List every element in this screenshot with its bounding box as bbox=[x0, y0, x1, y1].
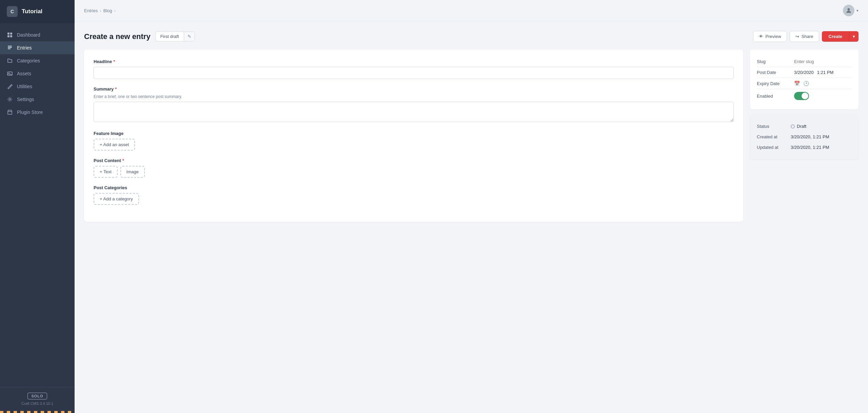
sidebar-item-plugin-store[interactable]: Plugin Store bbox=[0, 106, 75, 119]
slug-label: Slug bbox=[757, 59, 794, 64]
add-category-button[interactable]: + Add a category bbox=[94, 193, 139, 205]
post-content-field-group: Post Content * + Text Image bbox=[94, 158, 734, 178]
sidebar-footer: SOLO Craft CMS 3.4.10.1 bbox=[0, 387, 75, 411]
sidebar-item-assets[interactable]: Assets bbox=[0, 67, 75, 80]
sidebar-item-label: Categories bbox=[17, 58, 40, 63]
updated-at-label: Updated at bbox=[757, 145, 791, 150]
bottom-stripe bbox=[0, 411, 75, 413]
plugin-store-icon bbox=[7, 109, 13, 115]
post-date-value: 3/20/2020 1:21 PM bbox=[794, 70, 833, 75]
breadcrumb-entries[interactable]: Entries bbox=[84, 8, 98, 13]
expiry-date-icons: 📅 🕐 bbox=[794, 81, 809, 86]
share-icon: ↪ bbox=[795, 34, 799, 39]
sidebar-item-label: Assets bbox=[17, 71, 31, 76]
summary-textarea[interactable] bbox=[94, 102, 734, 122]
post-content-label: Post Content * bbox=[94, 158, 734, 163]
slug-input[interactable] bbox=[794, 59, 852, 64]
post-date-label: Post Date bbox=[757, 70, 794, 75]
summary-hint: Enter a brief, one or two sentence post … bbox=[94, 94, 734, 99]
status-dot-icon bbox=[791, 124, 795, 129]
form-layout: Headline * Summary * Enter a brief, one … bbox=[84, 50, 859, 222]
headline-label: Headline * bbox=[94, 59, 734, 64]
page-header-right: 👁 Preview ↪ Share Create ▾ bbox=[753, 31, 859, 42]
svg-rect-3 bbox=[10, 35, 12, 37]
updated-at-value: 3/20/2020, 1:21 PM bbox=[791, 145, 829, 150]
updated-at-row: Updated at 3/20/2020, 1:21 PM bbox=[757, 142, 852, 153]
main-content: Entries › Blog › ▾ Create a new entry Fi… bbox=[75, 0, 868, 413]
settings-icon bbox=[7, 96, 13, 102]
plan-badge: SOLO bbox=[27, 393, 47, 399]
status-value: Draft bbox=[791, 124, 806, 129]
svg-rect-4 bbox=[8, 46, 12, 46]
avatar bbox=[843, 5, 854, 16]
sidebar-item-utilities[interactable]: Utilities bbox=[0, 80, 75, 93]
svg-rect-6 bbox=[8, 48, 11, 49]
headline-input[interactable] bbox=[94, 67, 734, 79]
enabled-label: Enabled bbox=[757, 94, 794, 99]
sidebar-item-label: Entries bbox=[17, 45, 32, 51]
page-title: Create a new entry bbox=[84, 32, 151, 41]
main-form: Headline * Summary * Enter a brief, one … bbox=[84, 50, 743, 222]
svg-point-10 bbox=[848, 8, 850, 11]
page-content-area: Create a new entry First draft ✎ 👁 Previ… bbox=[75, 21, 868, 413]
topbar: Entries › Blog › ▾ bbox=[75, 0, 868, 21]
toggle-knob bbox=[802, 93, 808, 99]
draft-edit-button[interactable]: ✎ bbox=[184, 32, 195, 41]
enabled-row: Enabled bbox=[757, 89, 852, 103]
form-sidebar: Slug Post Date 3/20/2020 1:21 PM Expiry … bbox=[750, 50, 859, 159]
create-button[interactable]: Create bbox=[822, 31, 849, 42]
categories-icon bbox=[7, 58, 13, 64]
sidebar-item-categories[interactable]: Categories bbox=[0, 54, 75, 67]
status-label: Status bbox=[757, 124, 791, 129]
chevron-down-icon: ▾ bbox=[856, 8, 859, 13]
status-row: Status Draft bbox=[757, 121, 852, 132]
meta-panel: Slug Post Date 3/20/2020 1:21 PM Expiry … bbox=[750, 50, 859, 110]
sidebar-item-label: Dashboard bbox=[17, 32, 40, 38]
user-menu[interactable]: ▾ bbox=[843, 5, 859, 16]
sidebar-item-label: Utilities bbox=[17, 84, 32, 89]
add-asset-button[interactable]: + Add an asset bbox=[94, 139, 135, 151]
share-button[interactable]: ↪ Share bbox=[790, 31, 819, 42]
svg-rect-2 bbox=[7, 35, 9, 37]
headline-field-group: Headline * bbox=[94, 59, 734, 79]
post-date-row: Post Date 3/20/2020 1:21 PM bbox=[757, 67, 852, 78]
clock-icon[interactable]: 🕐 bbox=[803, 81, 809, 86]
breadcrumb-sep-2: › bbox=[114, 8, 116, 13]
version-text: Craft CMS 3.4.10.1 bbox=[7, 401, 68, 406]
created-at-label: Created at bbox=[757, 134, 791, 139]
status-panel: Status Draft Created at 3/20/2020, 1:21 … bbox=[750, 114, 859, 159]
page-header: Create a new entry First draft ✎ 👁 Previ… bbox=[84, 31, 859, 42]
svg-point-9 bbox=[9, 99, 11, 100]
breadcrumb-blog[interactable]: Blog bbox=[103, 8, 112, 13]
post-categories-field-group: Post Categories + Add a category bbox=[94, 185, 734, 205]
sidebar-item-dashboard[interactable]: Dashboard bbox=[0, 28, 75, 41]
eye-icon: 👁 bbox=[759, 34, 763, 39]
sidebar-item-label: Plugin Store bbox=[17, 110, 43, 115]
assets-icon bbox=[7, 71, 13, 77]
expiry-date-label: Expiry Date bbox=[757, 81, 794, 86]
breadcrumb: Entries › Blog › bbox=[84, 8, 116, 13]
add-text-button[interactable]: + Text bbox=[94, 166, 118, 178]
sidebar-item-label: Settings bbox=[17, 97, 34, 102]
preview-button[interactable]: 👁 Preview bbox=[753, 31, 787, 42]
add-image-button[interactable]: Image bbox=[120, 166, 145, 178]
sidebar-item-settings[interactable]: Settings bbox=[0, 93, 75, 106]
utilities-icon bbox=[7, 83, 13, 90]
sidebar-logo: C Tutorial bbox=[0, 0, 75, 23]
enabled-toggle[interactable] bbox=[794, 92, 809, 100]
svg-point-8 bbox=[8, 73, 9, 74]
headline-required: * bbox=[113, 59, 115, 64]
post-categories-label: Post Categories bbox=[94, 185, 734, 190]
summary-required: * bbox=[115, 86, 117, 92]
logo-icon: C bbox=[7, 6, 18, 17]
sidebar: C Tutorial Dashboard Entries Categories bbox=[0, 0, 75, 413]
sidebar-item-entries[interactable]: Entries bbox=[0, 41, 75, 54]
sidebar-nav: Dashboard Entries Categories Assets Util bbox=[0, 23, 75, 387]
created-at-row: Created at 3/20/2020, 1:21 PM bbox=[757, 132, 852, 142]
app-title: Tutorial bbox=[22, 8, 42, 15]
create-dropdown-button[interactable]: ▾ bbox=[849, 31, 859, 42]
calendar-icon[interactable]: 📅 bbox=[794, 81, 800, 86]
svg-rect-1 bbox=[10, 33, 12, 35]
summary-field-group: Summary * Enter a brief, one or two sent… bbox=[94, 86, 734, 123]
draft-button-group: First draft ✎ bbox=[155, 32, 195, 41]
